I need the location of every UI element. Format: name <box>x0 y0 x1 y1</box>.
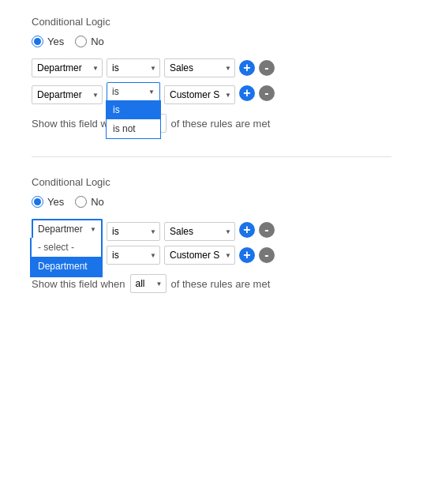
section1-row2-add-button[interactable]: + <box>239 85 255 101</box>
section1-row2-remove-button[interactable]: - <box>259 85 275 101</box>
section2-rule-row1: Departmer ▼ - select - Department is is … <box>32 219 391 241</box>
section2-yes-radio[interactable] <box>32 196 43 208</box>
section2-no-label[interactable]: No <box>75 196 104 208</box>
section2-row2-add-button[interactable]: + <box>239 247 255 263</box>
section2-row1-operator[interactable]: is is not <box>107 222 160 241</box>
section1-row2-value[interactable]: Customer S <box>164 85 235 104</box>
section1-dropdown-isnot[interactable]: is not <box>107 119 160 138</box>
section1-row1-operator[interactable]: is is not <box>107 58 160 77</box>
section2-no-text: No <box>91 196 104 208</box>
section1-row1-value[interactable]: Sales <box>164 58 235 77</box>
section1-radio-group: Yes No <box>32 36 391 47</box>
section2-yes-label[interactable]: Yes <box>32 196 64 208</box>
section2-show-when-select[interactable]: all any <box>130 274 167 293</box>
section2-row2-remove-button[interactable]: - <box>259 247 275 263</box>
section1: Conditional Logic Yes No Departmer is is… <box>32 16 391 133</box>
section2-dept-dept-option[interactable]: Department <box>32 257 101 276</box>
section1-dropdown-is[interactable]: is <box>107 100 160 119</box>
section2-row1-remove-button[interactable]: - <box>259 222 275 238</box>
section2-show-when-wrapper: all any <box>130 274 167 293</box>
section2: Conditional Logic Yes No Departmer ▼ - s… <box>32 176 391 293</box>
section2-row2-operator[interactable]: is is not <box>107 246 160 265</box>
section1-row2-operator-text: is <box>112 86 119 97</box>
section1-row1-field[interactable]: Departmer <box>32 58 103 77</box>
section2-row2-value-wrapper: Customer S <box>164 246 235 265</box>
section1-row2-operator-dropdown: is is not <box>106 100 161 139</box>
section1-row1-add-button[interactable]: + <box>239 60 255 76</box>
section1-rule-row1: Departmer is is not Sales + - <box>32 58 391 77</box>
section1-row1-operator-wrapper: is is not <box>107 58 160 77</box>
section2-row1-value-wrapper: Sales <box>164 222 235 241</box>
section1-title: Conditional Logic <box>32 16 391 28</box>
section2-row1-dept-open-wrapper[interactable]: Departmer ▼ - select - Department <box>32 219 103 238</box>
section2-yes-text: Yes <box>47 196 64 208</box>
section1-no-radio[interactable] <box>75 36 87 47</box>
section1-yes-radio[interactable] <box>32 36 43 47</box>
section2-row1-dept-arrow: ▼ <box>90 226 96 233</box>
section2-radio-group: Yes No <box>32 196 391 208</box>
section1-row1-value-wrapper: Sales <box>164 58 235 77</box>
section1-row2-field-wrapper: Departmer <box>32 85 103 104</box>
section2-row1-dept-open[interactable]: Departmer ▼ <box>32 219 103 238</box>
section2-row1-dept-dropdown: - select - Department <box>30 238 103 277</box>
section2-row1-dept-text: Departmer <box>38 224 83 235</box>
section1-row1-field-wrapper: Departmer <box>32 58 103 77</box>
section1-row2-operator-arrow: ▼ <box>148 88 155 96</box>
section1-row2-operator-open[interactable]: is ▼ <box>107 82 160 100</box>
section2-row2-value[interactable]: Customer S <box>164 246 235 265</box>
section2-row2-operator-wrapper: is is not <box>107 246 160 265</box>
section-divider <box>32 156 391 157</box>
section2-row1-add-button[interactable]: + <box>239 222 255 238</box>
section1-no-label[interactable]: No <box>75 36 104 47</box>
section1-yes-label[interactable]: Yes <box>32 36 64 47</box>
section2-row1-value[interactable]: Sales <box>164 222 235 241</box>
section2-title: Conditional Logic <box>32 176 391 188</box>
section1-row2-operator-open-wrapper[interactable]: is ▼ is is not <box>107 82 160 100</box>
section1-rules: Departmer is is not Sales + - Depart <box>32 58 391 104</box>
section1-rule-row2: Departmer is ▼ is is not Customer S + <box>32 82 391 104</box>
section1-row2-field[interactable]: Departmer <box>32 85 103 104</box>
section1-show-when: Show this field when all any of these ru… <box>32 114 391 133</box>
section1-show-when-suffix: of these rules are met <box>171 118 271 130</box>
section1-no-text: No <box>91 36 104 47</box>
section1-row1-remove-button[interactable]: - <box>259 60 275 76</box>
section2-no-radio[interactable] <box>75 196 87 208</box>
section2-row1-operator-wrapper: is is not <box>107 222 160 241</box>
section2-dept-select-option[interactable]: - select - <box>32 238 101 257</box>
section1-row2-value-wrapper: Customer S <box>164 85 235 104</box>
section2-show-when-suffix: of these rules are met <box>171 278 271 290</box>
section2-show-when-label: Show this field when <box>32 278 125 290</box>
section1-yes-text: Yes <box>47 36 64 47</box>
section2-rules: Departmer ▼ - select - Department is is … <box>32 219 391 265</box>
